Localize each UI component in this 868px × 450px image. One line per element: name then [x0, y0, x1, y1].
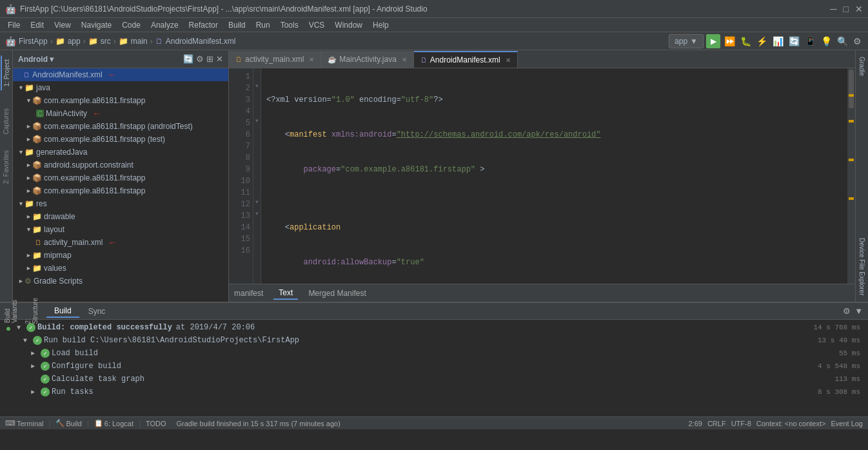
tree-item-package3[interactable]: ► 📦 com.example.a86181.firstapp (test) — [13, 133, 228, 146]
tree-item-package5[interactable]: ► 📦 com.example.a86181.firstapp — [13, 184, 228, 197]
menu-navigate[interactable]: Navigate — [76, 18, 117, 32]
menu-vcs[interactable]: VCS — [304, 18, 330, 32]
expand-icon[interactable]: ⊞ — [206, 54, 213, 64]
toolbar-btn-3[interactable]: ⚡ — [755, 36, 769, 46]
tab-mainactivity-java[interactable]: ☕ MainActivity.java ✕ — [321, 51, 413, 68]
build-root-expand[interactable]: ▼ — [17, 324, 25, 331]
maximize-button[interactable]: □ — [843, 4, 849, 14]
menu-help[interactable]: Help — [368, 18, 394, 32]
toolbar-btn-4[interactable]: 📊 — [771, 36, 785, 46]
toolbar-btn-2[interactable]: 🐛 — [739, 36, 753, 46]
build-row-configure: ► ✓ Configure build 4 s 548 ms — [15, 360, 867, 373]
configure-build-expand[interactable]: ► — [31, 363, 39, 370]
run-build-expand[interactable]: ▼ — [23, 337, 31, 344]
titlebar: 🤖 FirstApp [C:\Users\86181\AndroidStudio… — [0, 0, 868, 18]
tree-item-layout[interactable]: ▼ 📁 layout — [13, 223, 228, 236]
close-panel-icon[interactable]: ✕ — [216, 54, 223, 64]
structure-side-label[interactable]: 2: Structure — [23, 298, 40, 324]
editor-scrollbar[interactable] — [847, 68, 855, 284]
search-everywhere-button[interactable]: 🔍 — [836, 36, 849, 46]
menu-tools[interactable]: Tools — [275, 18, 304, 32]
toolbar-btn-1[interactable]: ⏩ — [723, 36, 736, 46]
sync-icon[interactable]: 🔄 — [183, 54, 193, 64]
tree-item-java[interactable]: ▼ 📁 java — [13, 81, 228, 94]
tree-item-package2[interactable]: ► 📦 com.example.a86181.firstapp (android… — [13, 120, 228, 133]
encoding-label: UTF-8 — [731, 420, 751, 427]
captures-tab[interactable]: Captures — [1, 104, 11, 139]
menu-window[interactable]: Window — [330, 18, 368, 32]
toolbar-btn-5[interactable]: 🔄 — [787, 36, 801, 46]
tree-item-package4[interactable]: ► 📦 com.example.a86181.firstapp — [13, 171, 228, 184]
fold-indicator-2[interactable]: ▾ — [253, 80, 261, 92]
device-explorer-tab[interactable]: Device File Explorer — [857, 234, 867, 299]
tab-activity-main[interactable]: 🗋 activity_main.xml ✕ — [229, 51, 321, 68]
build-panel-settings[interactable]: ⚙ — [843, 306, 851, 316]
close-button[interactable]: ✕ — [855, 4, 863, 14]
nav-folder-icon: 📁 — [55, 37, 65, 46]
tree-item-generated[interactable]: ▼ 📁 generatedJava — [13, 146, 228, 159]
favorites-tab[interactable]: 2: Favorites — [1, 146, 11, 188]
build-panel-close[interactable]: ▼ — [854, 306, 863, 316]
fold-indicator-12[interactable]: ▾ — [253, 196, 261, 208]
breadcrumb-firstapp[interactable]: FirstApp — [19, 37, 48, 46]
gradle-icon: ⚙ — [25, 277, 32, 286]
sync-tab[interactable]: Sync — [81, 306, 113, 317]
run-button[interactable]: ▶ — [706, 34, 720, 48]
menu-refactor[interactable]: Refactor — [184, 18, 223, 32]
tab-java-close[interactable]: ✕ — [402, 56, 407, 63]
run-config-selector[interactable]: app ▼ — [669, 34, 704, 48]
tree-item-res[interactable]: ▼ 📁 res — [13, 197, 228, 210]
window-controls: ─ □ ✕ — [831, 4, 863, 14]
fold-indicator-5[interactable]: ▾ — [253, 115, 261, 126]
tree-item-values[interactable]: ► 📁 values — [13, 262, 228, 275]
tree-item-activity-main[interactable]: 🗋 activity_main.xml ← — [13, 236, 228, 249]
tree-item-drawable[interactable]: ► 📁 drawable — [13, 210, 228, 223]
project-panel-tab[interactable]: 1: Project — [1, 55, 12, 90]
menu-code[interactable]: Code — [117, 18, 146, 32]
settings-button[interactable]: ⚙ — [852, 36, 863, 46]
tree-item-gradle-scripts[interactable]: ► ⚙ Gradle Scripts — [13, 275, 228, 288]
code-content[interactable]: <?xml version="1.0" encoding="utf-8"?> <… — [261, 68, 847, 284]
breadcrumb-manifest[interactable]: AndroidManifest.xml — [166, 37, 236, 46]
fold-gutter: ▾ ▾ ▾ ▾ — [253, 68, 261, 284]
logcat-button[interactable]: 📋 6: Logcat — [94, 419, 133, 427]
fold-indicator-13[interactable]: ▾ — [253, 208, 261, 219]
build-tab[interactable]: Build — [46, 305, 79, 318]
build-row-load: ► ✓ Load build 55 ms — [15, 347, 867, 360]
menu-file[interactable]: File — [3, 18, 25, 32]
logcat-label: 6: Logcat — [104, 420, 133, 427]
build-status-button[interactable]: 🔨 Build — [55, 419, 81, 427]
settings-icon[interactable]: ⚙ — [196, 54, 204, 64]
layout-label: layout — [44, 225, 64, 234]
toolbar-btn-6[interactable]: 📱 — [804, 36, 817, 46]
menu-build[interactable]: Build — [223, 18, 251, 32]
breadcrumb-main[interactable]: main — [131, 37, 148, 46]
menu-view[interactable]: View — [49, 18, 76, 32]
tab-manifest-close[interactable]: ✕ — [506, 57, 511, 64]
gradle-panel-tab[interactable]: Gradle — [857, 53, 867, 80]
breadcrumb-src[interactable]: src — [101, 37, 111, 46]
merged-manifest-tab-button[interactable]: Merged Manifest — [303, 288, 371, 299]
terminal-button[interactable]: ⌨ Terminal — [5, 419, 44, 427]
tab-actmain-close[interactable]: ✕ — [309, 56, 314, 63]
menu-run[interactable]: Run — [251, 18, 275, 32]
menu-analyze[interactable]: Analyze — [146, 18, 184, 32]
tree-item-mipmap[interactable]: ► 📁 mipmap — [13, 249, 228, 262]
minimize-button[interactable]: ─ — [831, 4, 837, 14]
tree-item-constraint[interactable]: ► 📦 android.support.constraint — [13, 159, 228, 171]
tree-item-package1[interactable]: ▼ 📦 com.example.a86181.firstapp — [13, 94, 228, 107]
load-build-expand[interactable]: ► — [31, 350, 39, 357]
build-variants-side-label[interactable]: Build Variants — [3, 300, 19, 323]
project-panel-header: Android ▾ 🔄 ⚙ ⊞ ✕ — [13, 50, 228, 68]
event-log-button[interactable]: Event Log — [831, 420, 863, 427]
tree-item-mainactivity[interactable]: C MainActivity ← — [13, 107, 228, 120]
menu-edit[interactable]: Edit — [25, 18, 49, 32]
run-tasks-expand[interactable]: ► — [31, 389, 39, 396]
tab-android-manifest[interactable]: 🗋 AndroidManifest.xml ✕ — [414, 51, 518, 68]
build-toggle-icon[interactable]: ● — [3, 324, 14, 334]
text-tab-button[interactable]: Text — [273, 287, 298, 300]
tree-item-manifest[interactable]: 🗋 AndroidManifest.xml ← — [13, 68, 228, 81]
toolbar-btn-7[interactable]: 💡 — [820, 36, 833, 46]
todo-button[interactable]: TODO — [146, 420, 166, 427]
breadcrumb-app[interactable]: app — [68, 37, 81, 46]
